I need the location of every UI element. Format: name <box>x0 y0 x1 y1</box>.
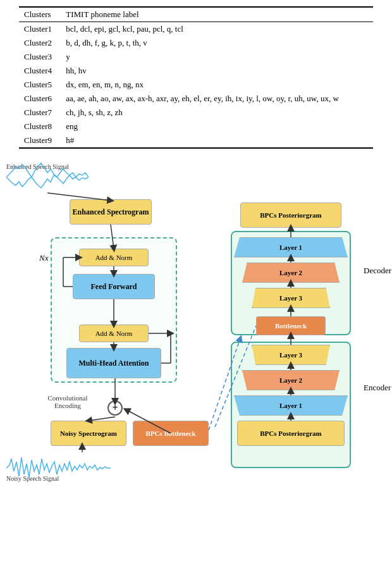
conv-encoding-label: Convolutional Encoding <box>39 394 96 409</box>
col-phonemes: TIMIT phoneme label <box>61 7 373 22</box>
bpcs-posteriorgram-bottom: BPCs Posteriorgram <box>237 421 345 446</box>
cluster-name: Cluster3 <box>19 50 61 64</box>
cluster-name: Cluster2 <box>19 36 61 50</box>
noisy-speech-waveform <box>6 452 111 484</box>
cluster-phonemes: dx, em, en, m, n, ng, nx <box>61 78 373 92</box>
cluster-phonemes: b, d, dh, f, g, k, p, t, th, v <box>61 36 373 50</box>
cluster-phonemes: aa, ae, ah, ao, aw, ax, ax-h, axr, ay, e… <box>61 92 373 106</box>
cluster-name: Cluster6 <box>19 92 61 106</box>
bpcs-bottleneck-box: BPCs Bottleneck <box>133 421 209 446</box>
cluster-phonemes: y <box>61 50 373 64</box>
bpcs-posteriorgram-top: BPCs Posteriorgram <box>240 202 341 228</box>
plus-symbol: + <box>107 400 123 416</box>
cluster-name: Cluster4 <box>19 64 61 78</box>
nx-label: Nx <box>39 253 48 263</box>
table-row: Cluster5 dx, em, en, m, n, ng, nx <box>19 78 373 92</box>
enhanced-spectrogram-box: Enhanced Spectrogram <box>70 199 152 225</box>
cluster-name: Cluster8 <box>19 120 61 133</box>
col-clusters: Clusters <box>19 7 61 22</box>
encoder-layer2: Layer 2 <box>242 370 340 390</box>
cluster-name: Cluster5 <box>19 78 61 92</box>
table-section: Clusters TIMIT phoneme label Cluster1 bc… <box>0 0 392 155</box>
table-header-row: Clusters TIMIT phoneme label <box>19 7 373 22</box>
cluster-name: Cluster9 <box>19 133 61 148</box>
encoder-layer1: Layer 1 <box>234 395 348 416</box>
cluster-phonemes: hh, hv <box>61 64 373 78</box>
cluster-phonemes: bcl, dcl, epi, gcl, kcl, pau, pcl, q, tc… <box>61 22 373 37</box>
multi-head-attention-box: Multi-Head Attention <box>66 348 161 378</box>
cluster-phonemes: h# <box>61 133 373 148</box>
cluster-table: Clusters TIMIT phoneme label Cluster1 bc… <box>19 6 373 149</box>
decoder-layer2: Layer 2 <box>242 263 340 283</box>
table-row: Cluster6 aa, ae, ah, ao, aw, ax, ax-h, a… <box>19 92 373 106</box>
encoder-label: Encoder <box>364 383 391 393</box>
table-row: Cluster8 eng <box>19 120 373 133</box>
cluster-name: Cluster1 <box>19 22 61 37</box>
table-row: Cluster1 bcl, dcl, epi, gcl, kcl, pau, p… <box>19 22 373 37</box>
diagram-section: Enhanced Speech Signal Nx Enhanced Spect… <box>0 155 392 490</box>
table-row: Cluster4 hh, hv <box>19 64 373 78</box>
table-row: Cluster7 ch, jh, s, sh, z, zh <box>19 106 373 120</box>
encoder-layer3: Layer 3 <box>252 345 330 365</box>
cluster-phonemes: eng <box>61 120 373 133</box>
add-norm-2-box: Add & Norm <box>79 325 149 342</box>
cluster-name: Cluster7 <box>19 106 61 120</box>
cluster-phonemes: ch, jh, s, sh, z, zh <box>61 106 373 120</box>
table-row: Cluster3 y <box>19 50 373 64</box>
bottleneck-box: Bottleneck <box>256 316 326 335</box>
table-row: Cluster2 b, d, dh, f, g, k, p, t, th, v <box>19 36 373 50</box>
decoder-layer3: Layer 3 <box>252 288 330 308</box>
add-norm-1-box: Add & Norm <box>79 249 149 266</box>
decoder-label: Decoder <box>364 266 391 276</box>
noisy-spectrogram-box: Noisy Spectrogram <box>51 421 126 446</box>
feed-forward-box: Feed Forward <box>73 274 155 299</box>
decoder-layer1: Layer 1 <box>234 237 348 257</box>
table-row: Cluster9 h# <box>19 133 373 148</box>
enhanced-speech-waveform <box>6 161 89 193</box>
